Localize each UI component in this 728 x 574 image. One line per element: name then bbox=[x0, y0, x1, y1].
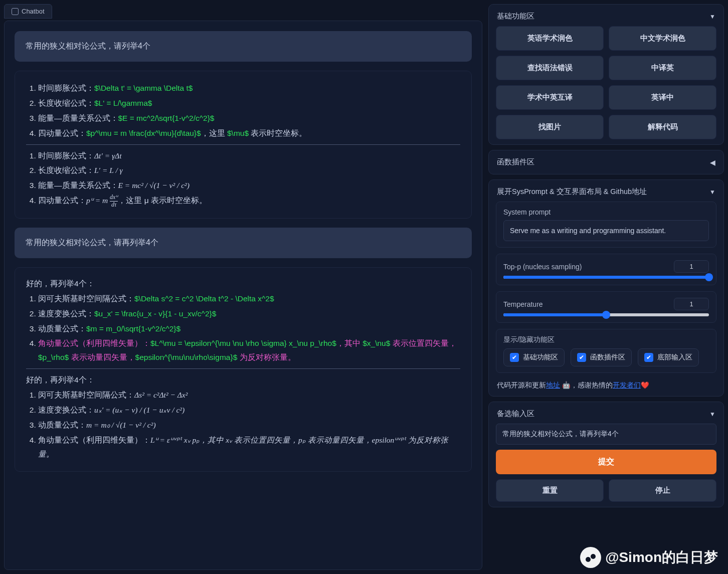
fn-button[interactable]: 学术中英互译 bbox=[496, 85, 604, 110]
plugin-panel: 函数插件区 ◀ bbox=[488, 150, 724, 174]
panel-header[interactable]: 函数插件区 ◀ bbox=[496, 155, 716, 169]
checkbox-item[interactable]: ✔基础功能区 bbox=[503, 348, 565, 366]
list-item: 四动量公式：pᵘ = m dxᵘdτ，这里 μ 表示时空坐标。 bbox=[38, 194, 460, 208]
list-item: 能量—质量关系公式：$E = mc^2/\sqrt{1-v^2/c^2}$ bbox=[38, 111, 460, 125]
repo-link[interactable]: 地址 bbox=[546, 381, 560, 389]
checkmark-icon: ✔ bbox=[577, 353, 586, 362]
tab-chatbot[interactable]: Chatbot bbox=[4, 4, 52, 19]
bot-message: 时间膨胀公式：$\Delta t' = \gamma \Delta t$ 长度收… bbox=[15, 71, 472, 219]
alt-input-field[interactable] bbox=[496, 424, 716, 445]
topp-value[interactable]: 1 bbox=[674, 260, 709, 273]
list-item: 动质量公式：m = m₀ / √(1 − v² / c²) bbox=[38, 418, 460, 432]
sysprompt-panel: 展开SysPrompt & 交互界面布局 & Github地址 ▼ System… bbox=[488, 179, 724, 397]
credit-line: 代码开源和更新地址 🤖，感谢热情的开发者们❤️ bbox=[496, 379, 716, 391]
list-item: 闵可夫斯基时空间隔公式：Δs² = c²Δt² − Δx² bbox=[38, 388, 460, 402]
alt-input-panel: 备选输入区 ▼ 提交 重置 停止 bbox=[488, 402, 724, 507]
user-message: 常用的狭义相对论公式，请列举4个 bbox=[15, 31, 472, 62]
checkbox-item[interactable]: ✔底部输入区 bbox=[638, 348, 699, 366]
fn-button[interactable]: 查找语法错误 bbox=[496, 56, 604, 80]
list-item: 时间膨胀公式：$\Delta t' = \gamma \Delta t$ bbox=[38, 81, 460, 95]
list-item: 能量—质量关系公式：E = mc² / √(1 − v² / c²) bbox=[38, 178, 460, 193]
system-prompt-field: System prompt bbox=[496, 202, 716, 248]
basic-functions-panel: 基础功能区 ▼ 英语学术润色 中文学术润色 查找语法错误 中译英 学术中英互译 … bbox=[488, 4, 724, 145]
temperature-value[interactable]: 1 bbox=[674, 298, 709, 310]
divider bbox=[26, 144, 460, 145]
list-item: 四动量公式：$p^\mu = m \frac{dx^\mu}{d\tau}$，这… bbox=[38, 126, 460, 140]
panel-header[interactable]: 基础功能区 ▼ bbox=[496, 10, 716, 26]
list-item: 速度变换公式：uₓ′ = (uₓ − v) / (1 − uₓv / c²) bbox=[38, 403, 460, 417]
toggle-section: 显示/隐藏功能区 ✔基础功能区 ✔函数插件区 ✔底部输入区 bbox=[496, 329, 716, 373]
fn-button[interactable]: 解释代码 bbox=[609, 115, 716, 139]
stop-button[interactable]: 停止 bbox=[609, 479, 716, 502]
list-item: 角动量公式（利用四维矢量）：Lᵘ = εᵘᵛᵖᵗ xᵥ pₚ，其中 xᵥ 表示位… bbox=[38, 433, 460, 461]
list-item: 动质量公式：$m = m_0/\sqrt{1-v^2/c^2}$ bbox=[38, 322, 460, 336]
fn-button[interactable]: 中文学术润色 bbox=[609, 26, 716, 51]
tab-label: Chatbot bbox=[22, 8, 45, 15]
chevron-left-icon: ◀ bbox=[710, 158, 715, 166]
list-item: 速度变换公式：$u_x' = \frac{u_x - v}{1 - u_xv/c… bbox=[38, 307, 460, 321]
divider bbox=[26, 368, 460, 369]
panel-header[interactable]: 备选输入区 ▼ bbox=[496, 407, 716, 424]
chevron-down-icon: ▼ bbox=[709, 13, 715, 20]
temperature-slider[interactable] bbox=[503, 313, 709, 316]
fn-button[interactable]: 找图片 bbox=[496, 115, 604, 139]
checkmark-icon: ✔ bbox=[510, 353, 519, 362]
checkmark-icon: ✔ bbox=[644, 353, 653, 362]
list-item: 角动量公式（利用四维矢量）：$L^\mu = \epsilon^{\mu \nu… bbox=[38, 336, 460, 364]
panel-header[interactable]: 展开SysPrompt & 交互界面布局 & Github地址 ▼ bbox=[496, 185, 716, 202]
topp-slider-group: Top-p (nucleus sampling) 1 bbox=[496, 254, 716, 285]
fn-button[interactable]: 中译英 bbox=[609, 56, 716, 80]
system-prompt-input[interactable] bbox=[503, 220, 709, 241]
topp-slider[interactable] bbox=[503, 276, 709, 279]
temperature-slider-group: Temperature 1 bbox=[496, 291, 716, 323]
chat-area: 常用的狭义相对论公式，请列举4个 时间膨胀公式：$\Delta t' = \ga… bbox=[4, 21, 482, 570]
reset-button[interactable]: 重置 bbox=[496, 479, 604, 502]
bot-message: 好的，再列举4个： 闵可夫斯基时空间隔公式：$\Delta s^2 = c^2 … bbox=[15, 267, 472, 472]
list-item: 长度收缩公式：$L' = L/\gamma$ bbox=[38, 96, 460, 110]
list-item: 闵可夫斯基时空间隔公式：$\Delta s^2 = c^2 \Delta t^2… bbox=[38, 292, 460, 306]
fn-button[interactable]: 英语学术润色 bbox=[496, 26, 604, 51]
devs-link[interactable]: 开发者们 bbox=[613, 381, 641, 389]
chat-icon bbox=[12, 8, 19, 15]
user-message: 常用的狭义相对论公式，请再列举4个 bbox=[15, 228, 472, 258]
fn-button[interactable]: 英译中 bbox=[609, 85, 716, 110]
tab-bar: Chatbot bbox=[4, 4, 482, 21]
chevron-down-icon: ▼ bbox=[709, 411, 715, 418]
chevron-down-icon: ▼ bbox=[709, 188, 715, 196]
list-item: 时间膨胀公式：Δt′ = γΔt bbox=[38, 149, 460, 163]
list-item: 长度收缩公式：L′ = L / γ bbox=[38, 163, 460, 177]
checkbox-item[interactable]: ✔函数插件区 bbox=[571, 348, 632, 366]
submit-button[interactable]: 提交 bbox=[496, 450, 716, 474]
